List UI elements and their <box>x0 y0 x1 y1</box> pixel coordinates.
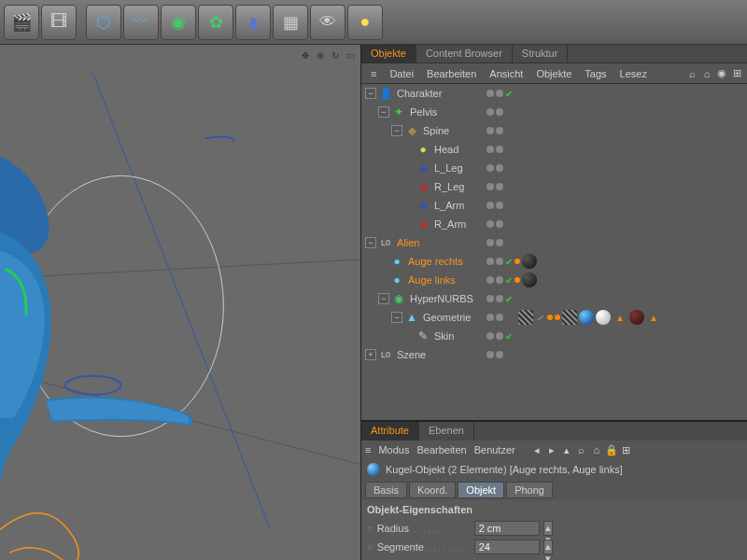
tab-content-browser[interactable]: Content Browser <box>416 45 513 63</box>
tab-structure[interactable]: Struktur <box>513 45 569 63</box>
phong-tag-icon[interactable]: ▲ <box>646 310 661 325</box>
phong-tag-icon[interactable]: ▲ <box>613 310 627 325</box>
tool-floor[interactable]: ▦ <box>273 5 308 40</box>
character-icon: 👤 <box>378 86 393 101</box>
material-tag-icon[interactable] <box>629 310 644 325</box>
expand-icon[interactable]: − <box>378 106 389 118</box>
tree-label: Geometrie <box>423 312 471 323</box>
menu-bookmarks[interactable]: Lesez <box>614 66 653 81</box>
viewport[interactable]: ✥ ⊕ ↻ ▭ <box>0 45 361 560</box>
tree-item-pelvis[interactable]: −✦Pelvis <box>361 103 747 121</box>
tree-label: Alien <box>397 237 419 248</box>
tab-objects[interactable]: Objekte <box>361 45 416 63</box>
lock-icon[interactable]: 🔒 <box>605 443 618 456</box>
tree-item-spine[interactable]: −◆Spine <box>361 121 747 140</box>
vp-move-icon[interactable]: ✥ <box>299 49 312 62</box>
tool-cube[interactable]: ⬡ <box>86 5 121 40</box>
joint-icon: ◆ <box>404 123 419 138</box>
tree-item-hypernurbs[interactable]: −◉HyperNURBS ✔ <box>361 289 747 308</box>
check-icon[interactable]: ✔ <box>505 275 513 286</box>
uvw-tag-icon[interactable] <box>562 310 577 325</box>
check-icon[interactable]: ✔ <box>505 294 513 304</box>
expand-icon[interactable]: − <box>365 237 376 248</box>
search-icon[interactable]: ⌕ <box>575 443 588 456</box>
tree-item-auge-rechts[interactable]: ●Auge rechts ✔ <box>361 252 747 271</box>
joint-icon: ◆ <box>416 217 430 231</box>
expand-icon[interactable]: − <box>365 88 376 99</box>
tool-render[interactable]: 🎞 <box>41 5 77 40</box>
tree-item-skin[interactable]: ✎Skin ✔ <box>361 327 747 345</box>
menu-mode[interactable]: Modus <box>378 444 409 455</box>
menu-file[interactable]: Datei <box>384 66 419 81</box>
tree-label: Szene <box>397 349 426 360</box>
home-icon[interactable]: ⌂ <box>700 67 713 80</box>
joint-icon: ◆ <box>416 198 430 213</box>
expand-icon[interactable]: + <box>365 349 376 360</box>
expand-icon[interactable]: ⊞ <box>620 443 633 456</box>
segmente-input[interactable] <box>474 539 540 554</box>
hypernurbs-icon: ◉ <box>391 291 406 306</box>
tree-item-l-arm[interactable]: ◆L_Arm <box>361 196 747 215</box>
tree-label: L_Leg <box>434 162 463 174</box>
check-icon[interactable]: ✔ <box>505 257 513 267</box>
tree-item-auge-links[interactable]: ●Auge links ✔ <box>361 271 747 289</box>
vp-rotate-icon[interactable]: ↻ <box>329 49 342 62</box>
tab-attribute[interactable]: Attribute <box>361 422 419 441</box>
tree-item-r-arm[interactable]: ◆R_Arm <box>361 215 747 233</box>
home-icon[interactable]: ⌂ <box>590 443 603 456</box>
expand-icon[interactable]: − <box>378 293 389 304</box>
menu-view[interactable]: Ansicht <box>484 66 529 81</box>
menu-hamburger-icon[interactable]: ≡ <box>365 66 382 81</box>
check-icon[interactable]: ✔ <box>505 89 513 99</box>
uvw-tag-icon[interactable] <box>518 310 533 325</box>
tree-item-charakter[interactable]: −👤Charakter ✔ <box>361 84 747 103</box>
expand-icon[interactable]: − <box>391 312 402 323</box>
menu-hamburger-icon[interactable]: ≡ <box>365 444 371 455</box>
tool-director[interactable]: 🎬 <box>4 5 39 40</box>
material-tag-icon[interactable] <box>579 310 594 325</box>
material-tag-icon[interactable] <box>596 310 611 325</box>
expand-icon[interactable]: ⊞ <box>730 67 743 80</box>
tool-array[interactable]: ✿ <box>198 5 233 40</box>
sub-tab-koord[interactable]: Koord. <box>409 482 456 498</box>
nav-back-icon[interactable]: ◂ <box>530 443 543 456</box>
sub-tab-basis[interactable]: Basis <box>365 482 407 498</box>
menu-tags[interactable]: Tags <box>579 66 612 81</box>
vp-frame-icon[interactable]: ▭ <box>344 49 357 62</box>
tree-item-alien[interactable]: −L0Alien <box>361 233 747 252</box>
menu-objects[interactable]: Objekte <box>530 66 577 81</box>
tree-item-r-leg[interactable]: ◆R_Leg <box>361 177 747 196</box>
attribute-panel: Attribute Ebenen ≡ Modus Bearbeiten Benu… <box>361 420 747 560</box>
tool-deformer[interactable]: ◗ <box>235 5 271 40</box>
material-tag-icon[interactable] <box>522 273 537 287</box>
prop-label: Segmente <box>377 541 471 553</box>
material-tag-icon[interactable] <box>522 254 537 269</box>
tree-label: Auge rechts <box>408 256 463 267</box>
tree-item-l-leg[interactable]: ◆L_Leg <box>361 159 747 177</box>
menu-edit[interactable]: Bearbeiten <box>421 66 482 81</box>
eye-icon[interactable]: ◉ <box>715 67 728 80</box>
search-icon[interactable]: ⌕ <box>685 67 698 80</box>
tree-item-szene[interactable]: +L0Szene <box>361 345 747 364</box>
tree-item-head[interactable]: ●Head <box>361 140 747 159</box>
tab-layers[interactable]: Ebenen <box>419 422 474 441</box>
svg-line-0 <box>0 259 360 278</box>
spinner[interactable]: ▴▾ <box>543 521 553 536</box>
expand-icon[interactable]: − <box>391 125 402 136</box>
tool-spline[interactable]: 〰 <box>123 5 159 40</box>
tree-label: Auge links <box>408 274 456 286</box>
radius-input[interactable] <box>474 521 540 536</box>
nav-fwd-icon[interactable]: ▸ <box>545 443 558 456</box>
sub-tab-phong[interactable]: Phong <box>506 482 553 498</box>
tool-light[interactable]: ● <box>347 5 383 40</box>
tree-item-geometrie[interactable]: −▲Geometrie ⟋ ▲ ▲ <box>361 308 747 327</box>
vp-zoom-icon[interactable]: ⊕ <box>314 49 327 62</box>
nav-up-icon[interactable]: ▴ <box>560 443 573 456</box>
check-icon[interactable]: ✔ <box>505 331 513 342</box>
sub-tab-objekt[interactable]: Objekt <box>458 482 504 498</box>
tool-camera[interactable]: 👁 <box>310 5 345 40</box>
menu-user[interactable]: Benutzer <box>474 444 515 455</box>
tool-nurbs[interactable]: ◉ <box>161 5 196 40</box>
spinner[interactable]: ▴▾ <box>543 539 553 554</box>
menu-edit[interactable]: Bearbeiten <box>416 444 466 455</box>
